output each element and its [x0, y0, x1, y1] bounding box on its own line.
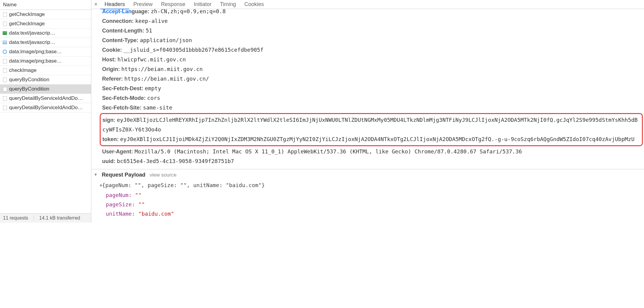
header-line: Sec-Fetch-Mode: cors [102, 93, 644, 103]
payload-property: pageSize: "" [100, 200, 644, 209]
header-line: Content-Length: 51 [102, 26, 644, 35]
payload-property: pageNum: "" [100, 190, 644, 200]
request-label: data:image/png;base… [9, 58, 62, 64]
request-label: checkImage [9, 67, 37, 73]
tab-initiator[interactable]: Initiator [190, 0, 216, 9]
headers-content[interactable]: Accept-Language: zh-CN,zh;q=0.9,en;q=0.8… [91, 9, 644, 223]
png2-icon [2, 49, 7, 54]
doc-icon [2, 21, 7, 26]
doc-icon [2, 68, 7, 73]
request-row[interactable]: checkImage [0, 66, 91, 75]
header-key: Host: [102, 57, 117, 63]
header-line: Origin: https://beian.miit.gov.cn [102, 64, 644, 74]
request-row[interactable]: queryByCondition [0, 75, 91, 85]
tab-response[interactable]: Response [157, 0, 190, 9]
header-value: cors [147, 95, 160, 101]
request-row[interactable]: data:image/png;base… [0, 47, 91, 57]
request-row[interactable]: queryByCondition [0, 85, 91, 94]
truncated-header: Accept-Lan [102, 9, 132, 14]
sidebar-column-header[interactable]: Name [0, 0, 91, 10]
header-key: Connection: [102, 18, 135, 24]
tab-preview[interactable]: Preview [129, 0, 157, 9]
tab-headers[interactable]: Headers [100, 0, 129, 9]
header-line: Content-Type: application/json [102, 35, 644, 45]
header-key: sign: [102, 117, 117, 123]
chevron-down-icon[interactable]: ▼ [94, 172, 98, 177]
request-row[interactable]: queryDetailByServiceIdAndDo… [0, 94, 91, 103]
header-value: empty [145, 85, 161, 91]
request-label: getCheckImage [9, 11, 45, 17]
header-value: keep-alive [135, 18, 168, 24]
header-key: Cookie: [102, 47, 123, 53]
payload-summary-line[interactable]: ▼ {pageNum: "", pageSize: "", unitName: … [100, 180, 644, 190]
request-label: data:text/javascrip… [9, 30, 55, 36]
request-label: queryByCondition [9, 77, 49, 83]
payload-key: unitName: [106, 211, 138, 217]
header-key: Content-Length: [102, 28, 146, 34]
sidebar-footer: 11 requests 14.1 kB transferred [0, 213, 91, 223]
header-line: Sec-Fetch-Dest: empty [102, 84, 644, 93]
doc-icon [2, 105, 7, 110]
chevron-down-icon[interactable]: ▼ [100, 181, 102, 190]
payload-key: pageNum: [106, 192, 135, 198]
payload-value: "baidu.com" [138, 211, 174, 217]
header-key: Sec-Fetch-Mode: [102, 95, 147, 101]
doc-icon [2, 96, 7, 101]
request-row[interactable]: queryDetailByServiceIdAndDo… [0, 103, 91, 112]
close-icon[interactable]: × [91, 1, 100, 8]
payload-value: "" [138, 201, 145, 208]
header-value: hlwicpfwc.miit.gov.cn [117, 56, 186, 63]
request-row[interactable]: data:image/png;base… [0, 57, 91, 66]
request-label: getCheckImage [9, 21, 45, 27]
detail-tabs: × HeadersPreviewResponseInitiatorTimingC… [91, 0, 644, 9]
tab-cookies[interactable]: Cookies [240, 0, 268, 9]
doc-icon [2, 77, 7, 82]
header-line: Host: hlwicpfwc.miit.gov.cn [102, 55, 644, 64]
view-source-link[interactable]: view source [150, 172, 177, 178]
doc-icon [2, 59, 7, 63]
header-key: User-Agent: [102, 149, 135, 155]
header-value: https://beian.miit.gov.cn/ [124, 75, 209, 82]
requests-count: 11 requests [3, 215, 28, 221]
header-value: Mozilla/5.0 (Macintosh; Intel Mac OS X 1… [135, 148, 522, 155]
payload-title: Request Payload [102, 172, 145, 178]
request-row[interactable]: getCheckImage [0, 10, 91, 19]
request-row[interactable]: getCheckImage [0, 19, 91, 29]
header-line: Cookie: __jsluid_s=f040305d1bbbb2677e861… [102, 45, 644, 55]
header-value: application/json [140, 37, 192, 43]
request-row[interactable]: data:text/javascrip… [0, 29, 91, 38]
doc-icon [2, 87, 7, 91]
header-value: 51 [146, 27, 152, 34]
request-label: queryDetailByServiceIdAndDo… [9, 105, 83, 111]
header-value: eyJ0eXBlIjozLCJleHREYXRhIjp7InZhZnljb2Rl… [102, 117, 638, 133]
header-line: Sec-Fetch-Site: same-site [102, 103, 644, 112]
header-line: uuid: bc6515e4-3ed5-4c13-9058-9349f28751… [102, 156, 644, 166]
header-key: Referer: [102, 76, 124, 82]
header-value: eyJ0eXBlIjoxLCJ1IjoiMDk4ZjZiY2Q0NjIxZDM3… [120, 136, 634, 142]
header-value: __jsluid_s=f040305d1bbbb2677e8615cefdbe9… [123, 47, 263, 53]
payload-property: unitName: "baidu.com" [100, 209, 644, 218]
requests-list: getCheckImagegetCheckImagedata:text/java… [0, 10, 91, 213]
header-line: Referer: https://beian.miit.gov.cn/ [102, 74, 644, 84]
request-label: data:image/png;base… [9, 49, 62, 55]
payload-key: pageSize: [106, 201, 138, 208]
png-icon [2, 40, 7, 45]
network-sidebar: Name getCheckImagegetCheckImagedata:text… [0, 0, 91, 223]
header-line: Connection: keep-alive [102, 16, 644, 26]
header-value: same-site [143, 104, 172, 111]
header-key: Sec-Fetch-Dest: [102, 85, 145, 91]
doc-icon [2, 12, 7, 17]
header-line: User-Agent: Mozilla/5.0 (Macintosh; Inte… [102, 147, 644, 156]
header-key: Content-Type: [102, 37, 140, 43]
header-key: uuid: [102, 158, 117, 164]
header-key: token: [102, 136, 120, 142]
request-row[interactable]: data:text/javascrip… [0, 38, 91, 47]
tab-timing[interactable]: Timing [216, 0, 240, 9]
header-key: Origin: [102, 66, 121, 72]
highlighted-headers-box: sign: eyJ0eXBlIjozLCJleHREYXRhIjp7InZhZn… [100, 113, 643, 146]
header-line: sign: eyJ0eXBlIjozLCJleHREYXRhIjp7InZhZn… [102, 115, 640, 134]
payload-section-header[interactable]: ▼ Request Payload view source [91, 169, 644, 180]
request-label: queryByCondition [9, 86, 49, 92]
header-value: bc6515e4-3ed5-4c13-9058-9349f28751b7 [117, 158, 234, 164]
header-value: https://beian.miit.gov.cn [121, 66, 203, 72]
